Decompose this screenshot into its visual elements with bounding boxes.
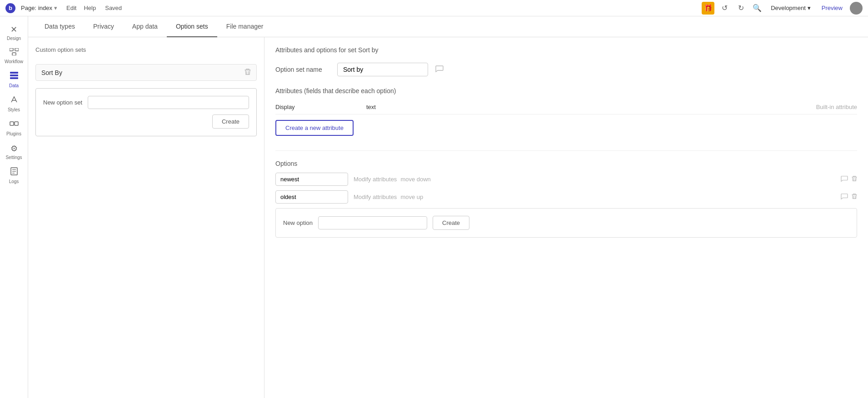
sidebar-item-logs[interactable]: Logs [2, 164, 26, 187]
design-icon: ✕ [10, 25, 17, 35]
tab-option-sets[interactable]: Option sets [167, 16, 217, 37]
new-option-set-input[interactable] [88, 96, 249, 109]
new-option-set-box: New option set Create [35, 88, 257, 136]
new-option-row: New option set [43, 96, 249, 109]
new-option-label: New option set [43, 99, 82, 106]
app-logo: b [5, 3, 15, 13]
page-indicator: Page: index ▾ [21, 5, 57, 11]
delete-newest-icon[interactable] [852, 175, 857, 183]
sidebar-item-styles[interactable]: Styles [2, 93, 26, 115]
user-avatar[interactable] [850, 2, 863, 15]
option-row-newest: Modify attributes move down [275, 173, 857, 186]
tab-file-manager[interactable]: File manager [217, 16, 273, 37]
svg-rect-5 [10, 77, 18, 79]
modify-attributes-oldest[interactable]: Modify attributes [354, 194, 397, 200]
sidebar-item-workflow[interactable]: Workflow [2, 45, 26, 67]
preview-button[interactable]: Preview [818, 3, 846, 13]
sidebar-item-data[interactable]: Data [2, 69, 26, 91]
plugins-icon [10, 119, 19, 130]
svg-rect-4 [10, 75, 18, 76]
option-row-right-newest [841, 175, 857, 184]
new-option-section: New option Create [275, 208, 857, 238]
settings-icon: ⚙ [10, 144, 18, 154]
right-panel: Attributes and options for set Sort by O… [264, 37, 868, 398]
create-option-set-button[interactable]: Create [212, 114, 249, 129]
edit-menu[interactable]: Edit [66, 5, 76, 11]
svg-rect-2 [12, 53, 16, 55]
help-menu[interactable]: Help [84, 5, 96, 11]
styles-icon [10, 95, 18, 106]
new-option-section-label: New option [283, 219, 313, 226]
gift-button[interactable]: 🎁 [702, 2, 714, 15]
redo-button[interactable]: ↻ [734, 2, 747, 15]
comment-icon[interactable] [435, 65, 444, 74]
tab-privacy[interactable]: Privacy [84, 16, 123, 37]
left-panel: Custom option sets Sort By New option se… [28, 37, 264, 398]
attributes-table: Display text Built-in attribute [275, 100, 857, 114]
page-name: index [38, 5, 52, 11]
left-panel-title: Custom option sets [35, 46, 257, 53]
data-icon [10, 71, 19, 82]
options-section: Options Modify attributes move down [275, 160, 857, 238]
saved-status: Saved [105, 5, 122, 11]
page-dropdown-icon[interactable]: ▾ [54, 5, 57, 11]
option-set-sort-by[interactable]: Sort By [35, 64, 257, 81]
option-row-right-oldest [841, 193, 857, 201]
option-set-name-input[interactable] [337, 63, 428, 76]
search-button[interactable]: 🔍 [751, 2, 763, 15]
topbar: b Page: index ▾ Edit Help Saved 🎁 ↺ ↻ 🔍 … [0, 0, 868, 16]
option-actions-newest: Modify attributes move down [354, 176, 835, 183]
attribute-type-label: text [366, 104, 457, 110]
right-panel-title: Attributes and options for set Sort by [275, 46, 857, 54]
sidebar-label-plugins: Plugins [6, 131, 21, 136]
option-set-name: Sort By [41, 69, 62, 76]
option-input-newest[interactable] [275, 173, 348, 186]
topbar-nav: Edit Help Saved [66, 5, 122, 11]
delete-oldest-icon[interactable] [852, 193, 857, 201]
option-input-oldest[interactable] [275, 190, 348, 204]
option-set-name-row: Option set name [275, 63, 857, 76]
undo-button[interactable]: ↺ [718, 2, 731, 15]
sidebar-label-settings: Settings [5, 155, 22, 160]
option-set-name-label: Option set name [275, 66, 330, 73]
topbar-right: 🎁 ↺ ↻ 🔍 Development ▾ Preview [702, 2, 863, 15]
env-label: Development [771, 5, 806, 11]
redo-icon: ↻ [738, 4, 744, 12]
attribute-display-label: Display [275, 104, 366, 110]
sidebar-label-data: Data [9, 83, 19, 88]
sidebar-item-design[interactable]: ✕ Design [2, 22, 26, 44]
main-tabs: Data types Privacy App data Option sets … [28, 16, 868, 37]
option-row-oldest: Modify attributes move up [275, 190, 857, 204]
environment-selector[interactable]: Development ▾ [767, 3, 814, 13]
svg-rect-8 [15, 122, 18, 125]
tab-data-types[interactable]: Data types [35, 16, 84, 37]
new-option-section-row: New option Create [283, 216, 849, 230]
attribute-row: Display text Built-in attribute [275, 100, 857, 114]
page-label: Page: [21, 5, 36, 11]
tab-app-data[interactable]: App data [123, 16, 167, 37]
sidebar-item-settings[interactable]: ⚙ Settings [2, 141, 26, 163]
svg-rect-0 [10, 48, 13, 51]
move-down-newest[interactable]: move down [400, 176, 430, 183]
sidebar-item-plugins[interactable]: Plugins [2, 117, 26, 139]
undo-icon: ↺ [722, 4, 728, 12]
delete-option-set-icon[interactable] [244, 68, 251, 77]
option-actions-oldest: Modify attributes move up [354, 194, 835, 200]
content-area: Custom option sets Sort By New option se… [28, 37, 868, 398]
options-section-title: Options [275, 160, 857, 167]
comment-oldest-icon[interactable] [841, 193, 848, 201]
new-option-input[interactable] [318, 216, 427, 229]
svg-rect-1 [15, 48, 19, 51]
logs-icon [10, 167, 18, 178]
move-up-oldest[interactable]: move up [400, 194, 423, 200]
main-area: Data types Privacy App data Option sets … [28, 16, 868, 398]
sidebar-label-workflow: Workflow [5, 59, 23, 64]
section-divider [275, 150, 857, 151]
env-dropdown-icon: ▾ [808, 5, 811, 11]
create-attribute-button[interactable]: Create a new attribute [275, 120, 354, 136]
gift-icon: 🎁 [704, 4, 713, 12]
create-option-button[interactable]: Create [433, 216, 469, 230]
modify-attributes-newest[interactable]: Modify attributes [354, 176, 397, 183]
workflow-icon [10, 48, 19, 58]
comment-newest-icon[interactable] [841, 175, 848, 184]
